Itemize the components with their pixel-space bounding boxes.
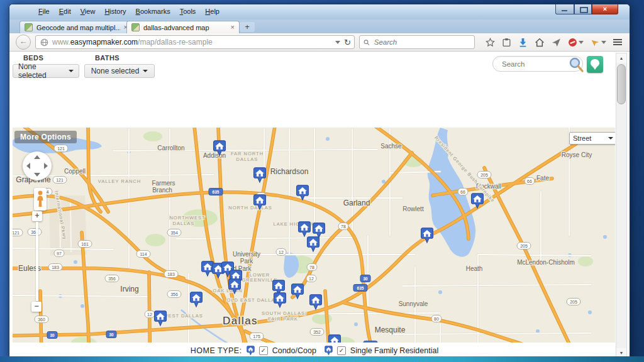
route-shield: 80 — [431, 315, 441, 322]
tab-geocode[interactable]: Geocode and map multipl... × — [19, 21, 133, 33]
menu-tools[interactable]: Tools — [180, 8, 196, 15]
menu-file[interactable]: File — [38, 8, 50, 15]
home-icon[interactable] — [535, 38, 545, 47]
map-label: Branch — [152, 187, 172, 194]
map-type-value: Street — [573, 134, 591, 142]
menu-edit[interactable]: Edit — [59, 8, 71, 15]
zoom-out-button[interactable]: − — [31, 302, 42, 312]
route-shield: 356 — [167, 291, 181, 298]
svg-text:30: 30 — [109, 332, 114, 337]
route-shield: 66 — [525, 178, 535, 185]
zoom-slider[interactable] — [36, 222, 38, 301]
interstate-shield: 30 — [47, 332, 57, 339]
beds-dropdown[interactable]: None selected — [13, 64, 79, 78]
pan-left-icon[interactable] — [26, 163, 30, 169]
menu-view[interactable]: View — [80, 8, 96, 15]
map-canvas[interactable]: 1211211141213609718316111418335635435612… — [13, 128, 615, 362]
extension-button[interactable] — [591, 38, 606, 47]
map-label: McLendon-Chisholm — [517, 259, 575, 266]
svg-text:78: 78 — [309, 265, 314, 270]
pan-control[interactable] — [23, 151, 52, 180]
interstate-shield: 635 — [353, 285, 367, 292]
home-type-label: HOME TYPE: — [191, 346, 242, 355]
map-type-dropdown[interactable]: Street — [569, 132, 615, 145]
scroll-up-button[interactable]: ▲ — [616, 53, 626, 63]
svg-text:12: 12 — [309, 277, 314, 281]
baths-dropdown-value: None selected — [91, 67, 140, 75]
svg-text:66: 66 — [460, 190, 465, 194]
svg-text:30: 30 — [50, 333, 55, 337]
url-dropdown-icon[interactable] — [335, 41, 340, 44]
menu-help[interactable]: Help — [205, 8, 219, 15]
minimize-button[interactable] — [555, 4, 574, 14]
route-shield: 12 — [306, 275, 316, 282]
map-label: OLD EAST DALLAS — [227, 297, 279, 303]
interstate-shield: 30 — [360, 275, 370, 282]
route-shield: 12 — [145, 311, 155, 318]
chevron-down-icon — [608, 137, 613, 140]
map-label: NORTH DALLAS — [228, 205, 272, 211]
browser-search-box[interactable] — [359, 35, 475, 49]
back-button[interactable]: ← — [16, 35, 31, 50]
map-label: Garland — [343, 199, 370, 207]
svg-text:635: 635 — [213, 190, 219, 194]
interstate-shield: 635 — [209, 189, 223, 195]
close-button[interactable]: × — [592, 4, 618, 14]
map-label: Sachse — [380, 143, 402, 150]
route-shield: 66 — [458, 189, 468, 195]
adblock-button[interactable] — [568, 38, 584, 47]
svg-text:66: 66 — [527, 179, 532, 184]
map-label: Irving — [120, 285, 138, 293]
svg-text:356: 356 — [108, 277, 116, 281]
map-label: Addison — [203, 152, 226, 159]
reload-icon[interactable]: ↻ — [344, 38, 351, 47]
tab-favicon-icon — [25, 23, 33, 31]
condo-marker-icon — [247, 346, 255, 356]
bookmarks-panel-icon[interactable] — [502, 38, 511, 47]
svg-text:121: 121 — [56, 178, 64, 182]
more-options-button[interactable]: More Options — [14, 131, 77, 143]
menu-bookmarks[interactable]: Bookmarks — [136, 8, 170, 15]
tab-close-icon[interactable]: × — [231, 24, 235, 31]
map-label: Park — [240, 258, 254, 265]
svg-text:183: 183 — [167, 272, 175, 277]
scroll-thumb[interactable] — [617, 64, 626, 104]
browser-search-input[interactable] — [373, 38, 470, 47]
condo-checkbox[interactable]: ✓ — [259, 346, 268, 355]
pan-up-icon[interactable] — [34, 155, 40, 159]
route-shield: 360 — [28, 229, 42, 236]
maximize-button[interactable] — [574, 4, 592, 14]
beds-label: BEDS — [23, 54, 43, 62]
menu-hamburger-icon[interactable] — [613, 38, 622, 47]
logo-marker-icon — [589, 58, 601, 70]
bottom-edge-strip — [0, 356, 644, 362]
street-view-pegman[interactable] — [34, 188, 47, 211]
map-search-input[interactable] — [501, 60, 575, 69]
svg-text:30: 30 — [363, 277, 368, 281]
share-icon[interactable] — [552, 38, 561, 47]
route-shield: 183 — [164, 271, 178, 278]
map-search-icon[interactable] — [568, 57, 584, 73]
svg-text:12: 12 — [279, 250, 284, 255]
page-scrollbar[interactable]: ▲ ▼ — [616, 53, 627, 358]
pan-right-icon[interactable] — [44, 163, 48, 169]
single-family-checkbox[interactable]: ✓ — [337, 346, 346, 355]
new-tab-button[interactable]: + — [240, 22, 255, 32]
route-shield: 183 — [48, 264, 62, 271]
baths-label: BATHS — [95, 54, 119, 62]
url-bar[interactable]: www.easymapmaker.com/map/dallas-re-sampl… — [35, 35, 355, 49]
tab-dallas-map[interactable]: dallas-advanced map × — [126, 21, 240, 33]
title-bar: File Edit View History Bookmarks Tools H… — [9, 4, 630, 19]
route-shield: 205 — [517, 243, 531, 250]
route-shield: 175 — [250, 333, 264, 340]
svg-text:97: 97 — [57, 251, 62, 256]
zoom-in-button[interactable]: + — [32, 211, 42, 221]
downloads-icon[interactable] — [518, 38, 528, 47]
menu-history[interactable]: History — [104, 8, 126, 15]
interstate-shield: 30 — [106, 331, 116, 338]
bookmark-star-icon[interactable] — [486, 38, 495, 47]
pan-down-icon[interactable] — [34, 173, 40, 177]
baths-dropdown[interactable]: None selected — [84, 64, 155, 78]
svg-text:121: 121 — [13, 231, 19, 235]
map-label: Heath — [466, 265, 483, 272]
